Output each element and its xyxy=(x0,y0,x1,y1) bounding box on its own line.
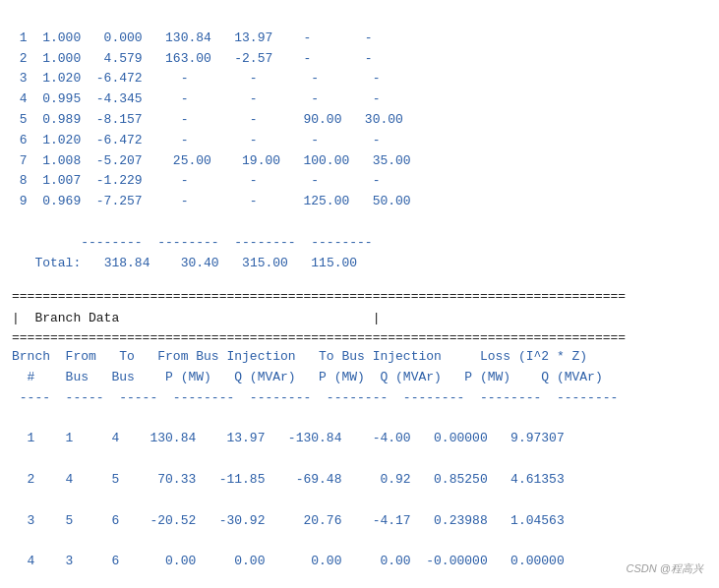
bus-row-4: 4 0.995 -4.345 - - - - xyxy=(12,91,380,106)
bus-row-5: 5 0.989 -8.157 - - 90.00 30.00 xyxy=(12,112,403,127)
bus-row-9: 9 0.969 -7.257 - - 125.00 50.00 xyxy=(12,194,411,208)
branch-rows-container: 1 1 4 130.84 13.97 -130.84 -4.00 0.00000… xyxy=(12,409,707,588)
bus-row-2: 2 1.000 4.579 163.00 -2.57 - - xyxy=(12,51,373,66)
top-equals-line: ========================================… xyxy=(12,288,707,306)
branch-col-header2: # Bus Bus P (MW) Q (MVAr) P (MW) Q (MVAr… xyxy=(12,368,707,388)
bus-data-section: 1 1.000 0.000 130.84 13.97 - - 2 1.000 4… xyxy=(12,8,707,233)
bus-row-8: 8 1.007 -1.229 - - - - xyxy=(12,173,380,188)
bus-row-1: 1 1.000 0.000 130.84 13.97 - - xyxy=(12,30,373,45)
bottom-equals-line: ========================================… xyxy=(12,329,707,347)
branch-col-dashes: ---- ----- ----- -------- -------- -----… xyxy=(12,388,707,409)
bus-row-6: 6 1.020 -6.472 - - - - xyxy=(12,133,380,147)
branch-row-4: 4 3 6 0.00 0.00 0.00 0.00 -0.00000 0.000… xyxy=(12,552,707,572)
watermark: CSDN @程高兴 xyxy=(627,561,703,576)
branch-row-1: 1 1 4 130.84 13.97 -130.84 -4.00 0.00000… xyxy=(12,429,707,449)
bus-row-7: 7 1.008 -5.207 25.00 19.00 100.00 35.00 xyxy=(12,153,411,168)
branch-data-header: | Branch Data | xyxy=(12,307,707,329)
branch-row-3: 3 5 6 -20.52 -30.92 20.76 -4.17 0.23988 … xyxy=(12,511,707,532)
branch-row-2: 2 4 5 70.33 -11.85 -69.48 0.92 0.85250 4… xyxy=(12,470,707,491)
bus-separator: -------- -------- -------- -------- xyxy=(12,233,707,254)
bus-total-row: Total: 318.84 30.40 315.00 115.00 xyxy=(12,254,707,274)
branch-col-header1: Brnch From To From Bus Injection To Bus … xyxy=(12,347,707,368)
bus-row-3: 3 1.020 -6.472 - - - - xyxy=(12,71,380,86)
main-content: 1 1.000 0.000 130.84 13.97 - - 2 1.000 4… xyxy=(12,8,707,588)
